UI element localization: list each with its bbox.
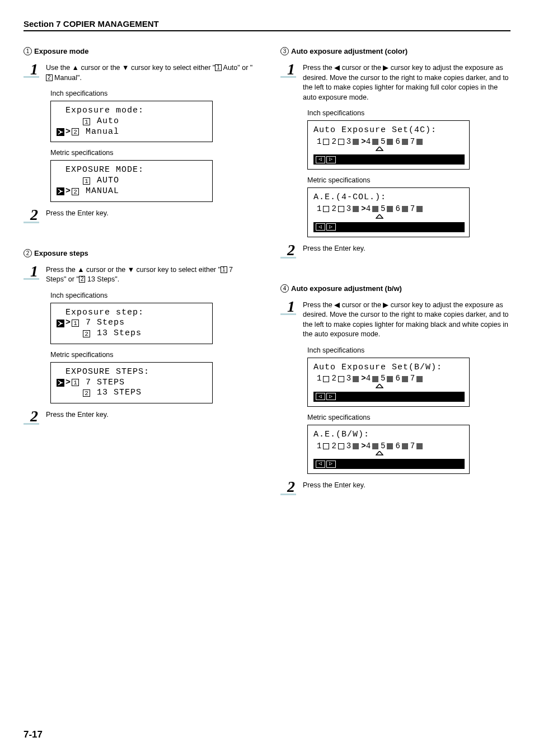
heading-auto-exp-bw: 4 Auto exposure adjustment (b/w) — [280, 284, 510, 293]
metric-spec-label: Metric specifications — [50, 149, 254, 157]
circled-4-icon: 4 — [280, 284, 289, 293]
inch-spec-label: Inch specifications — [50, 292, 254, 299]
exposure-scale: 123>4567 — [313, 204, 465, 214]
lcd-auto-exp-4c-inch: Auto Exposure Set(4C): 123>4567 ◁ ▷ — [307, 120, 470, 170]
step-number: 2 — [280, 244, 296, 259]
inch-spec-label: Inch specifications — [307, 109, 510, 117]
metric-spec-label: Metric specifications — [307, 176, 510, 184]
circled-2-icon: 2 — [24, 249, 32, 257]
step-number: 2 — [24, 209, 39, 223]
exposure-scale: 123>4567 — [313, 374, 465, 384]
heading-text: Exposure mode — [34, 47, 89, 55]
heading-text: Auto exposure adjustment (color) — [291, 47, 407, 55]
step-2-auto-exp-color: 2 Press the Enter key. — [280, 244, 510, 259]
section-title: Section 7 COPIER MANAGEMENT — [24, 19, 510, 31]
pointer-icon — [57, 379, 64, 387]
lcd-exposure-step-inch: Exposure step: >1 7 Steps 2 13 Steps — [50, 303, 213, 344]
lcd-exposure-step-metric: EXPOSURE STEPS: >1 7 STEPS 2 13 STEPS — [50, 362, 213, 403]
lcd-exposure-mode-metric: EXPOSURE MODE: 1 AUTO >2 MANUAL — [50, 160, 213, 201]
step-2-auto-exp-bw: 2 Press the Enter key. — [280, 481, 510, 495]
right-column: 3 Auto exposure adjustment (color) 1 Pre… — [280, 47, 510, 502]
circled-1-icon: 1 — [24, 47, 32, 55]
step-text: Press the Enter key. — [46, 410, 254, 420]
step-number: 2 — [280, 481, 296, 495]
step-text: Press the ◀ cursor or the ▶ cursor key t… — [303, 63, 510, 102]
step-text: Press the ◀ cursor or the ▶ cursor key t… — [303, 300, 510, 340]
nav-left-icon: ◁ — [316, 393, 325, 400]
metric-spec-label: Metric specifications — [307, 414, 510, 421]
step-1-auto-exp-color: 1 Press the ◀ cursor or the ▶ cursor key… — [280, 63, 510, 102]
circled-3-icon: 3 — [280, 47, 289, 55]
step-1-auto-exp-bw: 1 Press the ◀ cursor or the ▶ cursor key… — [280, 300, 510, 340]
exposure-scale: 123>4567 — [313, 442, 465, 452]
step-number: 2 — [24, 410, 39, 425]
step-number: 1 — [280, 63, 296, 78]
step-number: 1 — [24, 63, 39, 78]
left-column: 1 Exposure mode 1 Use the ▲ cursor or th… — [24, 47, 254, 502]
exposure-scale: 123>4567 — [313, 137, 465, 147]
step-number: 1 — [280, 300, 296, 315]
nav-left-icon: ◁ — [316, 461, 325, 468]
step-text: Press the Enter key. — [46, 209, 254, 219]
lcd-exposure-mode-inch: Exposure mode: 1 Auto >2 Manual — [50, 101, 213, 142]
step-2-exposure-mode: 2 Press the Enter key. — [24, 209, 254, 223]
lcd-auto-exp-4c-metric: A.E.(4-COL.): 123>4567 ◁ ▷ — [307, 187, 470, 237]
step-text: Press the Enter key. — [303, 481, 510, 491]
nav-bar: ◁ ▷ — [313, 459, 465, 469]
heading-exposure-mode: 1 Exposure mode — [24, 47, 254, 55]
step-text: Use the ▲ cursor or the ▼ cursor key to … — [46, 63, 254, 83]
heading-text: Auto exposure adjustment (b/w) — [291, 284, 402, 293]
nav-left-icon: ◁ — [316, 156, 325, 163]
inch-spec-label: Inch specifications — [307, 346, 510, 354]
pointer-icon — [57, 128, 64, 136]
step-2-exposure-steps: 2 Press the Enter key. — [24, 410, 254, 425]
step-1-exposure-mode: 1 Use the ▲ cursor or the ▼ cursor key t… — [24, 63, 254, 83]
lcd-auto-exp-bw-inch: Auto Exposure Set(B/W): 123>4567 ◁ ▷ — [307, 358, 470, 407]
nav-right-icon: ▷ — [326, 393, 336, 400]
nav-bar: ◁ ▷ — [313, 154, 465, 165]
metric-spec-label: Metric specifications — [50, 351, 254, 359]
nav-right-icon: ▷ — [326, 461, 336, 468]
inch-spec-label: Inch specifications — [50, 90, 254, 97]
heading-text: Exposure steps — [34, 249, 88, 257]
nav-bar: ◁ ▷ — [313, 222, 465, 232]
nav-left-icon: ◁ — [316, 223, 325, 231]
step-text: Press the ▲ cursor or the ▼ cursor key t… — [46, 265, 254, 285]
step-number: 1 — [24, 265, 39, 280]
step-text: Press the Enter key. — [303, 244, 510, 254]
heading-exposure-steps: 2 Exposure steps — [24, 249, 254, 257]
step-1-exposure-steps: 1 Press the ▲ cursor or the ▼ cursor key… — [24, 265, 254, 285]
nav-right-icon: ▷ — [326, 223, 336, 231]
pointer-icon — [57, 320, 64, 327]
nav-bar: ◁ ▷ — [313, 392, 465, 402]
heading-auto-exp-color: 3 Auto exposure adjustment (color) — [280, 47, 510, 55]
lcd-auto-exp-bw-metric: A.E.(B/W): 123>4567 ◁ ▷ — [307, 425, 470, 474]
nav-right-icon: ▷ — [326, 156, 336, 163]
pointer-icon — [57, 187, 64, 195]
